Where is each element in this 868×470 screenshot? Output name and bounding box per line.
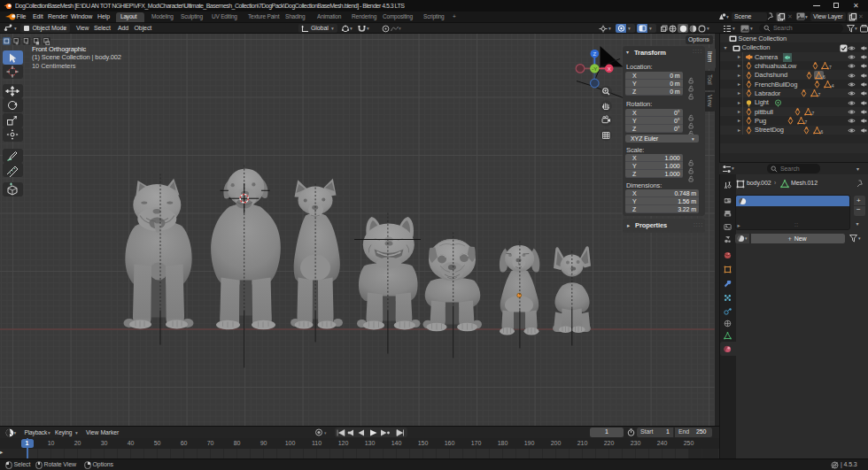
svg-text:Z: Z (593, 51, 596, 57)
svg-text:X: X (608, 66, 611, 72)
svg-text:-Y: -Y (592, 66, 597, 72)
